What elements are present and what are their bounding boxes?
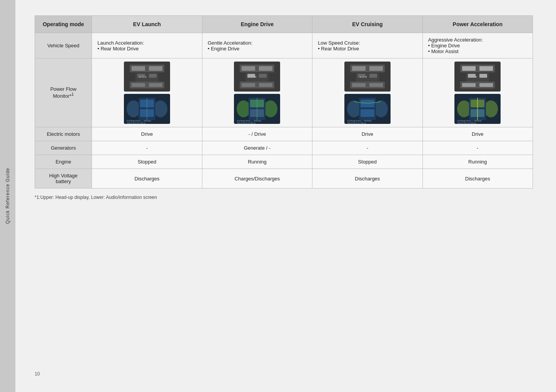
generators-engine-drive: Generate / - [202,141,312,155]
electric-motors-engine-drive: - / Drive [202,127,312,141]
power-accel-item-2: Motor Assist [428,48,527,54]
power-accel-list: Engine Drive Motor Assist [428,43,527,54]
svg-rect-46 [369,74,377,78]
engine-ev-cruising: Stopped [312,155,422,169]
svg-rect-9 [149,83,162,87]
generators-power-accel: - [422,141,533,155]
engine-engine-drive: Running [202,155,312,169]
col-header-ev-cruising: EV Cruising [312,16,422,33]
svg-point-72 [484,100,498,117]
svg-text:◄ D ►: ◄ D ► [139,75,147,78]
col-header-operating-mode: Operating mode [35,16,92,33]
svg-point-53 [374,100,388,117]
electric-motors-row: Electric motors Drive - / Drive Drive Dr… [35,127,533,141]
svg-rect-49 [369,83,383,87]
vehicle-speed-power-accel: Aggressive Acceleration: Engine Drive Mo… [422,33,533,58]
power-accel-item-1: Engine Drive [428,43,527,48]
col-header-engine-drive: Engine Drive [202,16,312,33]
svg-rect-68 [479,83,493,87]
power-flow-ev-launch: ◄ D ► EV/Total Drive — RANGE 404.0/ 20.0 [92,58,202,127]
hv-battery-ev-cruising: Discharges [312,169,422,188]
svg-rect-3 [149,66,162,71]
hv-battery-power-accel: Discharges [422,169,533,188]
car-top-power-accel: ◄ D ► [454,62,501,92]
power-flow-ev-cruising: ◄ D ► EV/Total Drive — RANGE 404.0/ 20.0 [312,58,422,127]
svg-text:404.0/ 20.0 mi    765 mi: 404.0/ 20.0 mi 765 mi [347,122,366,124]
footnote: *1:Upper: Head-up display, Lower: Audio/… [35,195,533,200]
svg-point-12 [127,100,140,117]
hv-battery-engine-drive: Charges/Discharges [202,169,312,188]
electric-motors-ev-launch: Drive [92,127,202,141]
svg-point-71 [457,100,471,117]
svg-rect-56 [361,109,374,117]
svg-point-32 [237,100,250,117]
power-flow-power-accel: ◄ D ► EV/Total Drive — RANGE 404.0/ 20.0 [422,58,533,127]
electric-motors-power-accel: Drive [422,127,533,141]
sidebar: Quick Reference Guide [0,0,15,392]
hv-battery-row: High Voltagebattery Discharges Charges/D… [35,169,533,188]
svg-rect-22 [242,66,255,71]
svg-text:404.0/ 20.0 mi    765 mi: 404.0/ 20.0 mi 765 mi [457,122,476,124]
svg-rect-2 [132,66,145,71]
svg-rect-55 [361,100,374,107]
svg-rect-6 [149,74,157,78]
engine-row: Engine Stopped Running Stopped Running [35,155,533,169]
svg-rect-43 [369,66,383,71]
svg-rect-23 [259,66,272,71]
vehicle-speed-engine-drive: Gentle Acceleration: Engine Drive [202,33,312,58]
sidebar-label: Quick Reference Guide [5,168,10,224]
vehicle-speed-ev-launch: Launch Acceleration: Rear Motor Drive [92,33,202,58]
hv-battery-ev-launch: Discharges [92,169,202,188]
svg-rect-28 [242,83,255,87]
car-top-ev-launch: ◄ D ► [124,62,170,92]
svg-point-33 [264,100,277,117]
ev-cruising-item: Rear Motor Drive [318,46,417,52]
col-header-ev-launch: EV Launch [92,16,202,33]
ev-cruising-list: Rear Motor Drive [318,46,417,52]
col-header-power-accel: Power Acceleration [422,16,533,33]
car-top-engine-drive: ◄ D ► [234,62,280,92]
svg-rect-8 [132,83,145,87]
svg-rect-29 [259,83,272,87]
svg-rect-61 [462,66,476,71]
svg-rect-48 [352,83,366,87]
generators-ev-launch: - [92,141,202,155]
engine-ev-launch: Stopped [92,155,202,169]
svg-rect-67 [462,83,476,87]
vehicle-speed-ev-cruising: Low Speed Cruise: Rear Motor Drive [312,33,422,58]
power-flow-engine-drive: ◄ D ► EV/Total Drive — RANGE 404.0/ 20.0 [202,58,312,127]
svg-rect-62 [479,66,493,71]
generators-label: Generators [35,141,92,155]
power-flow-row: Power FlowMonitor*1 [35,58,533,127]
svg-text:404.0/ 20.0 mi    765 mi: 404.0/ 20.0 mi 765 mi [127,122,145,124]
ev-launch-item: Rear Motor Drive [97,46,196,52]
car-top-ev-cruising: ◄ D ► [344,62,391,92]
power-flow-label: Power FlowMonitor*1 [35,58,92,127]
svg-point-52 [347,100,361,117]
svg-text:◄ D ►: ◄ D ► [359,75,368,78]
svg-rect-26 [259,74,267,78]
engine-drive-item: Engine Drive [208,46,307,52]
svg-rect-42 [352,66,366,71]
car-images-ev-cruising: ◄ D ► EV/Total Drive — RANGE 404.0/ 20.0 [315,62,420,124]
svg-point-13 [154,100,167,117]
svg-text:404.0/ 20.0 mi    765 mi: 404.0/ 20.0 mi 765 mi [237,122,255,124]
hv-battery-label: High Voltagebattery [35,169,92,188]
electric-motors-label: Electric motors [35,127,92,141]
operating-mode-table: Operating mode EV Launch Engine Drive EV… [35,15,533,188]
generators-ev-cruising: - [312,141,422,155]
engine-label: Engine [35,155,92,169]
car-images-ev-launch: ◄ D ► EV/Total Drive — RANGE 404.0/ 20.0 [94,62,199,124]
vehicle-speed-row: Vehicle Speed Launch Acceleration: Rear … [35,33,533,58]
car-images-engine-drive: ◄ D ► EV/Total Drive — RANGE 404.0/ 20.0 [205,62,310,124]
generators-row: Generators - Generate / - - - [35,141,533,155]
page-number: 10 [35,364,533,377]
car-bottom-engine-drive: EV/Total Drive — RANGE 404.0/ 20.0 mi 76… [234,94,280,124]
page-content: Operating mode EV Launch Engine Drive EV… [15,0,556,392]
car-bottom-power-accel: EV/Total Drive — RANGE 404.0/ 20.0 mi 76… [454,94,501,124]
vehicle-speed-label: Vehicle Speed [35,33,92,58]
car-bottom-ev-cruising: EV/Total Drive — RANGE 404.0/ 20.0 mi 76… [344,94,391,124]
svg-rect-65 [479,74,487,78]
car-images-power-accel: ◄ D ► EV/Total Drive — RANGE 404.0/ 20.0 [425,62,530,124]
engine-power-accel: Running [422,155,533,169]
